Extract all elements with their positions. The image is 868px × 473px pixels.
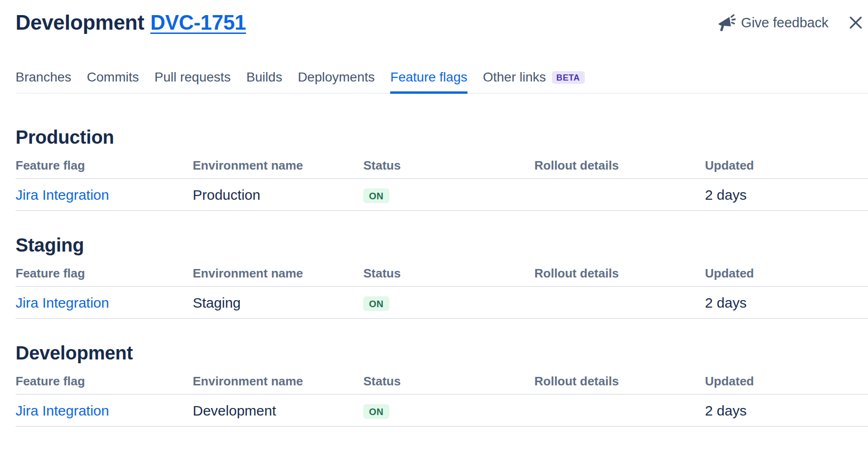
tab-deployments[interactable]: Deployments bbox=[298, 70, 375, 94]
feature-flag-link[interactable]: Jira Integration bbox=[16, 403, 109, 418]
feature-flag-table: Feature flag Environment name Status Rol… bbox=[16, 266, 868, 319]
col-updated: Updated bbox=[705, 374, 868, 389]
updated-value: 2 days bbox=[705, 187, 868, 203]
feature-flag-link[interactable]: Jira Integration bbox=[16, 187, 109, 203]
updated-value: 2 days bbox=[705, 295, 868, 311]
table-header-row: Feature flag Environment name Status Rol… bbox=[16, 374, 868, 395]
header-actions: Give feedback bbox=[716, 14, 863, 31]
col-status: Status bbox=[363, 266, 534, 281]
status-badge: ON bbox=[363, 296, 389, 311]
section-heading: Development bbox=[16, 343, 868, 364]
tab-bar: Branches Commits Pull requests Builds De… bbox=[16, 70, 868, 94]
tab-builds[interactable]: Builds bbox=[246, 70, 282, 94]
tab-branches[interactable]: Branches bbox=[16, 70, 71, 94]
section-heading: Staging bbox=[16, 235, 868, 256]
tab-feature-flags[interactable]: Feature flags bbox=[390, 70, 467, 94]
col-feature-flag: Feature flag bbox=[16, 374, 193, 389]
col-environment-name: Environment name bbox=[193, 158, 363, 173]
environment-name: Development bbox=[193, 403, 363, 419]
tab-commits[interactable]: Commits bbox=[87, 70, 139, 94]
give-feedback-button[interactable]: Give feedback bbox=[716, 14, 828, 31]
feature-flag-link[interactable]: Jira Integration bbox=[16, 295, 109, 310]
section-staging: Staging Feature flag Environment name St… bbox=[16, 235, 868, 319]
col-status: Status bbox=[363, 374, 534, 389]
col-updated: Updated bbox=[705, 158, 868, 173]
tab-other-links-label: Other links bbox=[483, 70, 546, 85]
page-title: Development bbox=[16, 11, 144, 34]
status-badge: ON bbox=[363, 188, 389, 203]
issue-key-link[interactable]: DVC-1751 bbox=[150, 11, 246, 34]
col-environment-name: Environment name bbox=[193, 266, 363, 281]
col-rollout-details: Rollout details bbox=[534, 158, 705, 173]
feature-flag-table: Feature flag Environment name Status Rol… bbox=[16, 374, 868, 427]
col-feature-flag: Feature flag bbox=[16, 266, 193, 281]
close-button[interactable] bbox=[848, 15, 863, 30]
development-dialog: Development DVC-1751 Give feedback bbox=[0, 0, 868, 473]
tab-pull-requests[interactable]: Pull requests bbox=[155, 70, 231, 94]
megaphone-icon bbox=[716, 14, 736, 31]
table-row: Jira Integration Staging ON 2 days bbox=[16, 287, 868, 319]
give-feedback-label: Give feedback bbox=[741, 15, 828, 31]
dialog-header: Development DVC-1751 Give feedback bbox=[16, 10, 868, 35]
col-feature-flag: Feature flag bbox=[16, 158, 193, 173]
table-row: Jira Integration Development ON 2 days bbox=[16, 395, 868, 427]
feature-flag-table: Feature flag Environment name Status Rol… bbox=[16, 158, 868, 211]
environment-name: Production bbox=[193, 187, 363, 203]
col-environment-name: Environment name bbox=[193, 374, 363, 389]
environment-name: Staging bbox=[193, 295, 363, 311]
table-row: Jira Integration Production ON 2 days bbox=[16, 179, 868, 211]
section-development: Development Feature flag Environment nam… bbox=[16, 343, 868, 427]
col-rollout-details: Rollout details bbox=[534, 374, 705, 389]
tab-other-links[interactable]: Other links BETA bbox=[483, 70, 585, 94]
title-wrap: Development DVC-1751 bbox=[16, 11, 246, 34]
status-badge: ON bbox=[363, 404, 389, 419]
table-header-row: Feature flag Environment name Status Rol… bbox=[16, 158, 868, 179]
table-header-row: Feature flag Environment name Status Rol… bbox=[16, 266, 868, 287]
section-production: Production Feature flag Environment name… bbox=[16, 127, 868, 211]
col-rollout-details: Rollout details bbox=[534, 266, 705, 281]
beta-badge: BETA bbox=[552, 71, 585, 84]
col-updated: Updated bbox=[705, 266, 868, 281]
updated-value: 2 days bbox=[705, 403, 868, 419]
close-icon bbox=[848, 15, 863, 30]
col-status: Status bbox=[363, 158, 534, 173]
section-heading: Production bbox=[16, 127, 868, 148]
